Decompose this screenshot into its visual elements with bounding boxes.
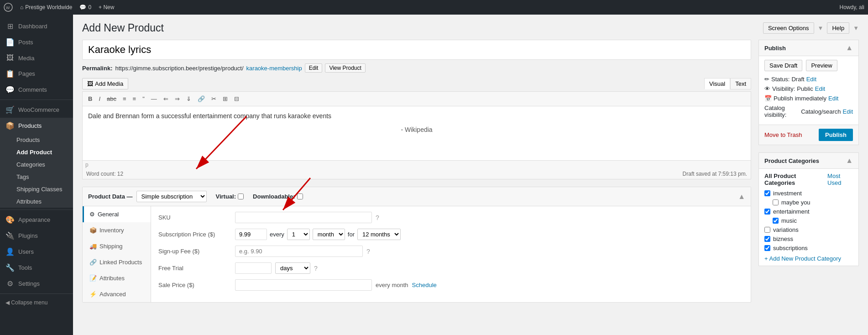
unordered-list-button[interactable]: ≡ bbox=[120, 94, 129, 104]
view-product-button[interactable]: View Product bbox=[325, 63, 365, 73]
publish-button[interactable]: Publish bbox=[819, 129, 853, 141]
attributes-tab-icon: 📝 bbox=[89, 275, 97, 282]
permalink-slug[interactable]: karaoke-membership bbox=[246, 65, 302, 72]
preview-button[interactable]: Preview bbox=[806, 60, 837, 71]
align-left-button[interactable]: ⇐ bbox=[161, 94, 171, 104]
every-period-select[interactable]: 1 2 3 bbox=[287, 229, 310, 240]
tab-all-categories[interactable]: All Product Categories bbox=[764, 173, 822, 186]
add-media-button[interactable]: 🖼 Add Media bbox=[82, 78, 128, 89]
unlink-button[interactable]: ✂ bbox=[209, 94, 219, 104]
cat-item-music: music bbox=[764, 217, 853, 224]
tab-visual[interactable]: Visual bbox=[704, 78, 730, 89]
cat-checkbox-entertainment[interactable] bbox=[764, 209, 770, 215]
more-button[interactable]: ⊟ bbox=[231, 94, 242, 104]
sidebar-item-appearance[interactable]: 🎨 Appearance bbox=[0, 212, 73, 228]
catalog-edit-link[interactable]: Edit bbox=[843, 108, 853, 115]
editor-area[interactable]: Dale and Brennan form a successful enter… bbox=[82, 106, 751, 161]
horizontal-rule-button[interactable]: — bbox=[148, 94, 160, 104]
signup-fee-input[interactable] bbox=[235, 246, 363, 257]
categories-box-body: All Product Categories Most Used investm… bbox=[759, 169, 858, 266]
product-tab-advanced[interactable]: ⚡ Advanced bbox=[83, 286, 151, 302]
sidebar-item-tools[interactable]: 🔧 Tools bbox=[0, 260, 73, 276]
cat-label-variations: variations bbox=[773, 226, 799, 233]
length-select[interactable]: 12 months 1 month 6 months bbox=[357, 229, 401, 240]
strikethrough-button[interactable]: abc bbox=[104, 94, 119, 104]
price-input[interactable] bbox=[235, 229, 267, 240]
cat-checkbox-bizness[interactable] bbox=[764, 236, 770, 242]
product-type-select[interactable]: Simple subscription Simple product Varia… bbox=[136, 191, 207, 202]
new-content-bar[interactable]: + New bbox=[99, 4, 114, 10]
product-tab-general[interactable]: ⚙ General bbox=[83, 206, 151, 222]
cat-checkbox-subscriptions[interactable] bbox=[764, 245, 770, 251]
bold-button[interactable]: B bbox=[85, 94, 95, 104]
visibility-row: 👁 Visibility: Public Edit bbox=[764, 85, 853, 92]
post-title-input[interactable] bbox=[82, 40, 751, 60]
screen-options-button[interactable]: Screen Options bbox=[763, 22, 814, 34]
free-trial-help-icon[interactable]: ? bbox=[314, 265, 318, 272]
sale-price-input[interactable] bbox=[235, 279, 372, 291]
sidebar-item-dashboard[interactable]: ⊞ Dashboard bbox=[0, 18, 73, 34]
align-right-button[interactable]: ⇓ bbox=[183, 94, 194, 104]
align-center-button[interactable]: ⇒ bbox=[172, 94, 183, 104]
sidebar-item-woocommerce[interactable]: 🛒 WooCommerce bbox=[0, 102, 73, 118]
trial-period-select[interactable]: days weeks months bbox=[275, 262, 310, 274]
sidebar-sub-shipping-classes[interactable]: Shipping Classes bbox=[0, 183, 73, 195]
sku-input[interactable] bbox=[235, 212, 372, 223]
product-data-collapse-button[interactable]: ▲ bbox=[738, 193, 745, 201]
right-sidebar: Publish ▲ Save Draft Preview ✏ Status: D… bbox=[758, 40, 859, 266]
product-tab-attributes[interactable]: 📝 Attributes bbox=[83, 270, 151, 286]
sidebar-item-settings[interactable]: ⚙ Settings bbox=[0, 276, 73, 292]
free-trial-input[interactable] bbox=[235, 262, 272, 274]
sidebar-item-comments[interactable]: 💬 Comments bbox=[0, 82, 73, 98]
virtual-checkbox[interactable] bbox=[238, 194, 244, 199]
cat-checkbox-variations[interactable] bbox=[764, 227, 770, 233]
help-button[interactable]: Help bbox=[827, 22, 849, 34]
categories-collapse-button[interactable]: ▲ bbox=[846, 157, 853, 165]
sidebar-sub-categories[interactable]: Categories bbox=[0, 158, 73, 171]
comments-bar[interactable]: 💬 0 bbox=[79, 4, 91, 10]
site-name-bar[interactable]: ⌂ Prestige Worldwide bbox=[20, 4, 72, 10]
product-tab-shipping[interactable]: 🚚 Shipping bbox=[83, 238, 151, 254]
blockquote-button[interactable]: " bbox=[140, 94, 147, 104]
visibility-edit-link[interactable]: Edit bbox=[815, 85, 825, 92]
permalink-edit-button[interactable]: Edit bbox=[305, 63, 323, 73]
italic-button[interactable]: I bbox=[96, 94, 103, 104]
tab-most-used[interactable]: Most Used bbox=[827, 173, 853, 186]
period-select[interactable]: day week month year bbox=[313, 229, 345, 240]
sidebar-sub-attributes[interactable]: Attributes bbox=[0, 195, 73, 208]
add-category-link[interactable]: + Add New Product Category bbox=[764, 255, 853, 262]
sku-help-icon[interactable]: ? bbox=[376, 214, 379, 221]
tab-text[interactable]: Text bbox=[730, 78, 751, 89]
sidebar-item-plugins[interactable]: 🔌 Plugins bbox=[0, 228, 73, 244]
downloadable-checkbox[interactable] bbox=[297, 194, 303, 199]
collapse-menu[interactable]: ◀ Collapse menu bbox=[0, 296, 73, 309]
publish-time-edit-link[interactable]: Edit bbox=[828, 95, 838, 102]
sidebar-sub-add-product[interactable]: Add Product bbox=[0, 146, 73, 158]
ordered-list-button[interactable]: ≡ bbox=[130, 94, 139, 104]
cat-item-subscriptions: subscriptions bbox=[764, 245, 853, 251]
cat-checkbox-music[interactable] bbox=[773, 218, 779, 224]
sidebar-item-users[interactable]: 👤 Users bbox=[0, 244, 73, 260]
move-trash-button[interactable]: Move to Trash bbox=[764, 131, 802, 138]
categories-box-title: Product Categories bbox=[764, 157, 819, 164]
schedule-link[interactable]: Schedule bbox=[412, 282, 437, 288]
link-button[interactable]: 🔗 bbox=[195, 94, 208, 104]
wp-logo[interactable]: W bbox=[4, 3, 13, 12]
table-button[interactable]: ⊞ bbox=[220, 94, 230, 104]
save-draft-button[interactable]: Save Draft bbox=[764, 60, 802, 71]
sidebar-item-media[interactable]: 🖼 Media bbox=[0, 50, 73, 66]
signup-fee-help-icon[interactable]: ? bbox=[366, 248, 370, 255]
publish-collapse-button[interactable]: ▲ bbox=[846, 44, 853, 52]
sidebar-item-products[interactable]: 📦 Products bbox=[0, 118, 73, 134]
visibility-value: Public bbox=[797, 85, 813, 92]
sidebar-item-pages[interactable]: 📋 Pages bbox=[0, 66, 73, 82]
cat-checkbox-investment[interactable] bbox=[764, 190, 770, 196]
sidebar-label-comments: Comments bbox=[18, 86, 47, 93]
sidebar-item-posts[interactable]: 📄 Posts bbox=[0, 34, 73, 50]
product-tab-inventory[interactable]: 📦 Inventory bbox=[83, 222, 151, 238]
product-tab-linked-products[interactable]: 🔗 Linked Products bbox=[83, 254, 151, 270]
status-edit-link[interactable]: Edit bbox=[806, 76, 816, 83]
cat-checkbox-maybe-you[interactable] bbox=[773, 199, 779, 205]
sidebar-sub-tags[interactable]: Tags bbox=[0, 171, 73, 183]
sidebar-sub-all-products[interactable]: Products bbox=[0, 134, 73, 146]
